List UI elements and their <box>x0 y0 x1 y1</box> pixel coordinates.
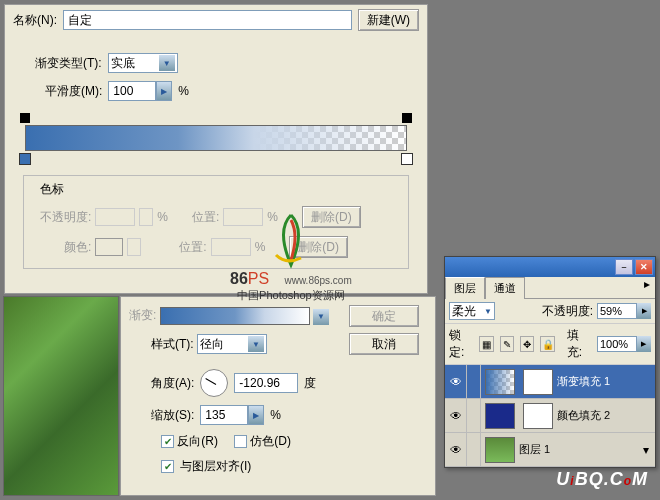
chevron-down-icon: ▼ <box>484 307 492 316</box>
lock-transparency-icon[interactable]: ▦ <box>479 336 493 352</box>
gradient-ramp[interactable] <box>25 113 407 165</box>
degree-label: 度 <box>304 375 316 392</box>
lock-all-icon[interactable]: 🔒 <box>540 336 554 352</box>
chevron-right-icon <box>127 238 141 256</box>
panel-titlebar[interactable]: – ✕ <box>445 257 655 277</box>
scale-input[interactable] <box>200 405 248 425</box>
opacity-label: 不透明度: <box>542 303 593 320</box>
opacity-label: 不透明度: <box>40 209 91 226</box>
position-input-2 <box>211 238 251 256</box>
lock-label: 锁定: <box>449 327 473 361</box>
style-label: 样式(T): <box>151 337 194 351</box>
position-input <box>223 208 263 226</box>
position-label-2: 位置: <box>179 239 206 256</box>
fill-label: 填充: <box>567 327 591 361</box>
mask-thumb[interactable] <box>523 369 553 395</box>
link-cell[interactable] <box>467 433 481 466</box>
gradient-type-label: 渐变类型(T): <box>35 55 102 72</box>
blend-mode-select[interactable]: 柔光 ▼ <box>449 302 495 320</box>
chevron-down-icon: ▼ <box>159 55 175 71</box>
position-label: 位置: <box>192 209 219 226</box>
scale-label: 缩放(S): <box>151 407 194 424</box>
color-label: 颜色: <box>64 239 91 256</box>
minimize-icon[interactable]: – <box>615 259 633 275</box>
gradient-label: 渐变: <box>129 308 156 322</box>
chevron-right-icon: ▶ <box>156 81 172 101</box>
confirm-button[interactable]: 确定 <box>349 305 419 327</box>
smoothness-spinner[interactable]: ▶ <box>108 81 172 101</box>
new-button[interactable]: 新建(W) <box>358 9 419 31</box>
chevron-down-icon[interactable]: ▼ <box>313 309 329 325</box>
angle-input[interactable] <box>234 373 298 393</box>
smoothness-input[interactable] <box>108 81 156 101</box>
lock-position-icon[interactable]: ✥ <box>520 336 534 352</box>
angle-label: 角度(A): <box>151 375 194 392</box>
chevron-right-icon: ▶ <box>637 336 651 352</box>
color-stop-left[interactable] <box>19 153 31 165</box>
gradient-type-select[interactable]: 实底 ▼ <box>108 53 178 73</box>
tab-channels[interactable]: 通道 <box>485 277 525 299</box>
cancel-button[interactable]: 取消 <box>349 333 419 355</box>
name-label: 名称(N): <box>13 12 57 29</box>
stops-fieldset: 色标 不透明度: % 位置: % 删除(D) 颜色: 位置: % 删除(D) <box>23 175 409 269</box>
reverse-checkbox[interactable]: ✔ <box>161 435 174 448</box>
gradient-type-value: 实底 <box>111 55 135 72</box>
layer-row[interactable]: 👁 图层 1 ▾ <box>445 433 655 467</box>
chevron-right-icon: ▶ <box>248 405 264 425</box>
visibility-icon[interactable]: 👁 <box>445 365 467 398</box>
align-label: 与图层对齐(I) <box>180 458 251 475</box>
panel-menu-icon[interactable]: ▸ <box>639 277 655 299</box>
layer-menu-icon[interactable]: ▾ <box>637 443 655 457</box>
dither-label: 仿色(D) <box>250 434 291 448</box>
background-photo <box>3 296 119 496</box>
opacity-input <box>95 208 135 226</box>
gradient-preview[interactable] <box>160 307 310 325</box>
color-stop-right[interactable] <box>401 153 413 165</box>
angle-dial[interactable] <box>200 369 228 397</box>
name-input[interactable] <box>63 10 352 30</box>
layers-panel: – ✕ 图层 通道 ▸ 柔光 ▼ 不透明度: ▶ 锁定: ▦ ✎ ✥ 🔒 填充:… <box>444 256 656 468</box>
opacity-stop-left[interactable] <box>20 113 30 123</box>
dither-checkbox[interactable] <box>234 435 247 448</box>
scale-spinner[interactable]: ▶ <box>200 405 264 425</box>
layer-thumb[interactable] <box>485 437 515 463</box>
smoothness-label: 平滑度(M): <box>45 83 102 100</box>
reverse-label: 反向(R) <box>177 434 218 448</box>
percent-label: % <box>178 84 189 98</box>
gradient-bar[interactable] <box>25 125 407 151</box>
close-icon[interactable]: ✕ <box>635 259 653 275</box>
visibility-icon[interactable]: 👁 <box>445 433 467 466</box>
link-cell[interactable] <box>467 365 481 398</box>
gradient-fill-dialog: 渐变: ▼ 确定 样式(T): 径向 ▼ 取消 角度(A): 度 缩放(S): … <box>120 296 436 496</box>
delete-stop-button-2: 删除(D) <box>289 236 348 258</box>
layer-row[interactable]: 👁 渐变填充 1 <box>445 365 655 399</box>
fill-spinner[interactable]: ▶ <box>597 336 651 352</box>
mask-thumb[interactable] <box>523 403 553 429</box>
footer-watermark: UiBQ.CoM <box>556 469 648 490</box>
chevron-right-icon <box>139 208 153 226</box>
layer-list: 👁 渐变填充 1 👁 颜色填充 2 👁 图层 1 ▾ <box>445 365 655 467</box>
layer-thumb[interactable] <box>485 403 515 429</box>
delete-stop-button: 删除(D) <box>302 206 361 228</box>
layer-thumb[interactable] <box>485 369 515 395</box>
chevron-right-icon: ▶ <box>637 303 651 319</box>
layer-row[interactable]: 👁 颜色填充 2 <box>445 399 655 433</box>
chevron-down-icon: ▼ <box>248 336 264 352</box>
style-select[interactable]: 径向 ▼ <box>197 334 267 354</box>
opacity-stop-right[interactable] <box>402 113 412 123</box>
align-checkbox[interactable]: ✔ <box>161 460 174 473</box>
gradient-editor-dialog: 名称(N): 新建(W) 渐变类型(T): 实底 ▼ 平滑度(M): ▶ % 色… <box>4 4 428 294</box>
tab-layers[interactable]: 图层 <box>445 277 485 299</box>
stops-legend: 色标 <box>36 181 68 198</box>
link-cell[interactable] <box>467 399 481 432</box>
visibility-icon[interactable]: 👁 <box>445 399 467 432</box>
color-swatch <box>95 238 123 256</box>
opacity-spinner[interactable]: ▶ <box>597 303 651 319</box>
lock-paint-icon[interactable]: ✎ <box>500 336 514 352</box>
